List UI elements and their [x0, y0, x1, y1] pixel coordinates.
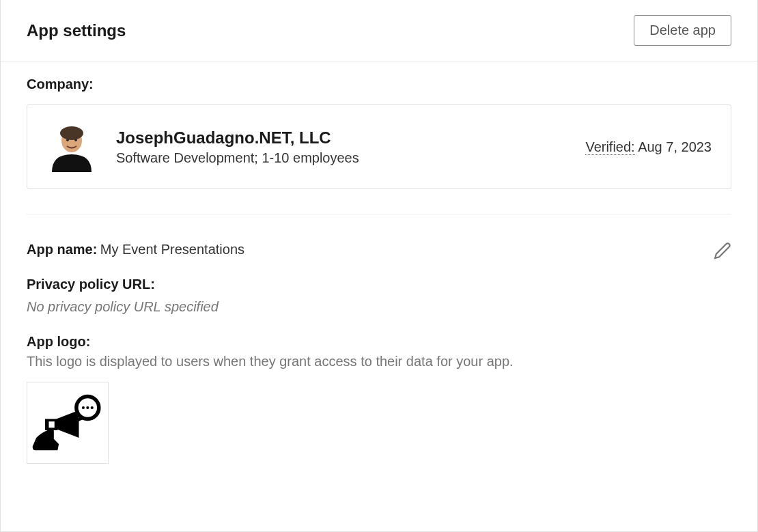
privacy-policy-empty: No privacy policy URL specified: [27, 299, 731, 315]
company-text: JosephGuadagno.NET, LLC Software Develop…: [116, 128, 359, 166]
megaphone-icon: [30, 389, 105, 457]
app-settings-panel: App settings Delete app Company:: [0, 0, 758, 532]
svg-point-6: [82, 406, 85, 409]
company-name: JosephGuadagno.NET, LLC: [116, 128, 359, 148]
editable-section: App name: My Event Presentations Privacy…: [27, 242, 731, 464]
app-logo-field: App logo: This logo is displayed to user…: [27, 334, 731, 464]
verified-label: Verified:: [585, 139, 634, 155]
header: App settings Delete app: [1, 0, 757, 61]
avatar-icon: [46, 122, 97, 172]
company-description: Software Development; 1-10 employees: [116, 150, 359, 166]
privacy-policy-label: Privacy policy URL:: [27, 277, 731, 292]
app-name-label: App name:: [27, 242, 97, 257]
page-title: App settings: [27, 21, 126, 40]
privacy-policy-field: Privacy policy URL: No privacy policy UR…: [27, 277, 731, 315]
svg-point-3: [66, 139, 69, 141]
company-card[interactable]: JosephGuadagno.NET, LLC Software Develop…: [27, 104, 731, 189]
svg-point-2: [60, 126, 83, 140]
verified-date: Aug 7, 2023: [638, 139, 712, 154]
app-name-value: My Event Presentations: [100, 242, 244, 257]
svg-point-8: [91, 406, 94, 409]
company-avatar: [46, 122, 97, 172]
delete-app-button[interactable]: Delete app: [634, 15, 731, 46]
content-area: Company: JosephGuadagno.NET, LLC: [1, 61, 757, 491]
svg-point-4: [74, 139, 77, 141]
company-info-left: JosephGuadagno.NET, LLC Software Develop…: [46, 122, 359, 172]
pencil-icon: [714, 242, 731, 260]
app-logo-label: App logo:: [27, 334, 731, 350]
section-divider: [27, 214, 731, 214]
app-logo-preview: [27, 382, 109, 464]
app-logo-description: This logo is displayed to users when the…: [27, 354, 731, 369]
company-section-label: Company:: [27, 76, 731, 92]
svg-rect-10: [49, 421, 55, 428]
app-name-field: App name: My Event Presentations: [27, 242, 731, 257]
svg-point-7: [86, 406, 89, 409]
company-verified: Verified: Aug 7, 2023: [585, 139, 712, 155]
edit-button[interactable]: [714, 242, 731, 262]
